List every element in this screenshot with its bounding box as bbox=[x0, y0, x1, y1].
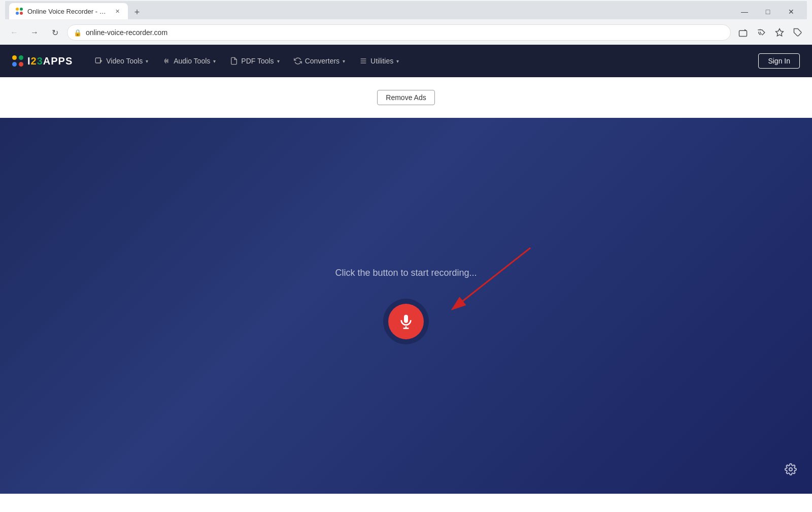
svg-rect-8 bbox=[96, 58, 101, 63]
gear-icon bbox=[785, 463, 797, 475]
lock-icon: 🔒 bbox=[74, 29, 82, 37]
nav-pdf-tools[interactable]: PDF Tools ▾ bbox=[224, 54, 285, 68]
close-button[interactable]: ✕ bbox=[780, 4, 803, 19]
svg-point-2 bbox=[16, 12, 19, 15]
bookmark-icon[interactable] bbox=[771, 24, 788, 41]
converter-icon bbox=[294, 57, 302, 65]
nav-pdf-label: PDF Tools bbox=[241, 57, 274, 65]
tab-close-button[interactable]: ✕ bbox=[113, 7, 122, 16]
chevron-down-icon: ▾ bbox=[146, 58, 148, 64]
extensions-icon[interactable] bbox=[790, 24, 806, 41]
record-button[interactable] bbox=[388, 304, 424, 339]
chevron-utilities-icon: ▾ bbox=[396, 58, 399, 64]
url-bar[interactable]: 🔒 online-voice-recorder.com bbox=[67, 24, 731, 41]
url-text: online-voice-recorder.com bbox=[86, 28, 724, 37]
audio-icon bbox=[162, 57, 171, 65]
back-button[interactable]: ← bbox=[6, 24, 22, 41]
dot-red bbox=[19, 62, 23, 67]
nav-video-tools[interactable]: Video Tools ▾ bbox=[89, 54, 154, 68]
dot-yellow bbox=[12, 55, 17, 60]
chevron-pdf-icon: ▾ bbox=[277, 58, 280, 64]
utilities-icon bbox=[359, 57, 367, 65]
svg-marker-6 bbox=[776, 29, 784, 36]
recorder-section: Click the button to start recording... bbox=[0, 118, 812, 494]
svg-marker-5 bbox=[745, 29, 747, 30]
forward-button[interactable]: → bbox=[26, 24, 43, 41]
refresh-button[interactable]: ↻ bbox=[47, 24, 63, 41]
ads-bar: Remove Ads bbox=[0, 77, 812, 118]
svg-rect-20 bbox=[404, 314, 408, 323]
microphone-icon bbox=[398, 313, 414, 330]
svg-point-3 bbox=[20, 12, 23, 15]
remove-ads-button[interactable]: Remove Ads bbox=[377, 90, 434, 105]
minimize-button[interactable]: — bbox=[733, 4, 756, 19]
camera-icon[interactable] bbox=[735, 24, 751, 41]
svg-point-0 bbox=[16, 8, 19, 11]
nav-utilities-label: Utilities bbox=[370, 57, 393, 65]
logo-dots bbox=[12, 55, 23, 67]
nav-menu: Video Tools ▾ Audio Tools ▾ PDF Tools ▾ bbox=[89, 54, 742, 68]
nav-video-label: Video Tools bbox=[106, 57, 143, 65]
pdf-icon bbox=[230, 57, 238, 65]
svg-point-1 bbox=[20, 8, 23, 11]
mic-container bbox=[383, 299, 429, 344]
svg-rect-4 bbox=[739, 30, 747, 36]
translate-icon[interactable] bbox=[753, 24, 769, 41]
tab-favicon bbox=[15, 7, 23, 15]
tab-title: Online Voice Recorder - Record V bbox=[27, 8, 109, 15]
maximize-button[interactable]: □ bbox=[756, 4, 780, 19]
chevron-converters-icon: ▾ bbox=[343, 58, 345, 64]
settings-button[interactable] bbox=[785, 463, 797, 478]
nav-utilities[interactable]: Utilities ▾ bbox=[353, 54, 405, 68]
dot-green bbox=[19, 55, 23, 60]
logo[interactable]: I23APPS bbox=[12, 55, 73, 67]
sign-in-button[interactable]: Sign In bbox=[758, 53, 800, 69]
logo-text: I23APPS bbox=[27, 55, 73, 67]
site-nav: I23APPS Video Tools ▾ Audio Tools ▾ bbox=[0, 45, 812, 77]
dot-blue bbox=[12, 62, 17, 67]
nav-converters-label: Converters bbox=[305, 57, 340, 65]
chevron-audio-icon: ▾ bbox=[213, 58, 216, 64]
mic-outer-ring[interactable] bbox=[383, 299, 429, 344]
active-tab[interactable]: Online Voice Recorder - Record V ✕ bbox=[9, 3, 128, 19]
svg-marker-9 bbox=[100, 59, 103, 63]
nav-converters[interactable]: Converters ▾ bbox=[288, 54, 351, 68]
nav-audio-tools[interactable]: Audio Tools ▾ bbox=[156, 54, 222, 68]
play-icon bbox=[95, 57, 103, 65]
recording-hint: Click the button to start recording... bbox=[335, 268, 477, 278]
new-tab-button[interactable]: + bbox=[130, 5, 144, 19]
nav-audio-label: Audio Tools bbox=[174, 57, 210, 65]
arrow-pointer bbox=[429, 243, 540, 314]
svg-point-23 bbox=[789, 468, 792, 471]
